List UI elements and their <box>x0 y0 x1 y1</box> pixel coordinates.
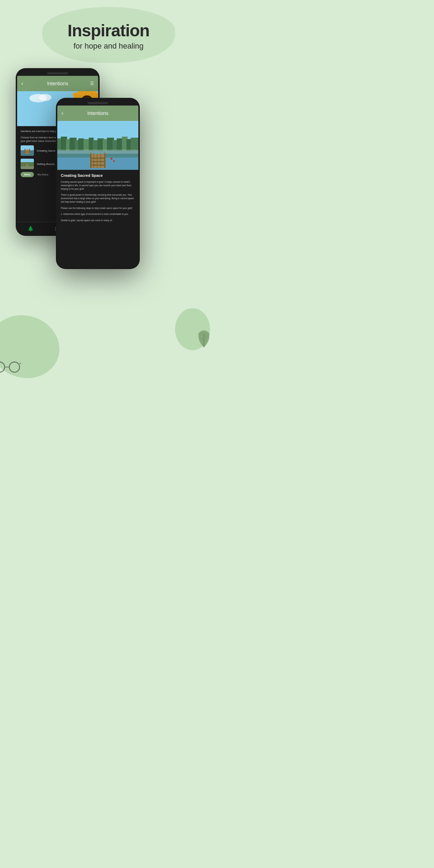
article-paragraph-1: Creating sacred space is important in gr… <box>61 180 135 190</box>
front-back-arrow-icon[interactable]: ‹ <box>62 110 63 116</box>
tab-my-notes[interactable]: My Notes <box>34 172 52 177</box>
header-section: Inspiration for hope and healing <box>0 21 217 51</box>
svg-rect-25 <box>21 166 34 169</box>
back-arrow-icon[interactable]: ‹ <box>21 80 23 87</box>
phone-front-body: Creating Sacred Space Creating sacred sp… <box>57 170 138 229</box>
svg-rect-49 <box>104 152 106 168</box>
page-title: Inspiration <box>0 21 217 40</box>
page-subtitle: for hope and healing <box>0 42 217 51</box>
svg-point-16 <box>39 94 51 101</box>
svg-rect-20 <box>24 149 25 154</box>
phone-front: ‹ Intentions <box>56 98 140 269</box>
svg-point-57 <box>113 160 115 162</box>
phone-front-notch <box>87 102 108 104</box>
list-thumb-path <box>21 159 34 169</box>
list-item-setting-text: Setting Bound... <box>37 162 57 166</box>
article-paragraph-4: 1. Determine which type of environment i… <box>61 212 135 216</box>
article-paragraph-5: Simliar to grief, sacred space can come … <box>61 219 135 222</box>
leaf-decoration <box>196 328 212 350</box>
glasses-decoration <box>0 361 21 375</box>
list-item-creating-text: Creating Sacre <box>37 149 55 152</box>
svg-rect-40 <box>103 139 108 151</box>
svg-rect-50 <box>91 158 105 159</box>
svg-rect-22 <box>25 152 30 152</box>
svg-rect-58 <box>57 150 138 154</box>
list-thumb-dock <box>21 145 34 156</box>
article-paragraph-2: There is great power in intentionally ch… <box>61 193 135 203</box>
phone-back-title: Intentions <box>47 81 68 86</box>
svg-rect-51 <box>91 161 105 162</box>
svg-rect-52 <box>91 165 105 166</box>
nav-tree-icon[interactable]: 🌲 <box>28 226 34 231</box>
svg-line-63 <box>20 363 21 363</box>
phone-front-hero-image <box>57 121 138 170</box>
phone-front-title: Intentions <box>87 110 109 116</box>
svg-rect-21 <box>29 149 30 154</box>
article-paragraph-3: Please use the following steps to help c… <box>61 207 135 210</box>
phone-back-notch <box>47 72 68 74</box>
svg-point-59 <box>0 362 5 372</box>
menu-icon[interactable]: ☰ <box>90 81 94 86</box>
tab-items[interactable]: Items <box>21 172 34 177</box>
svg-rect-48 <box>90 152 92 168</box>
phone-front-header: ‹ Intentions <box>57 106 138 121</box>
svg-point-60 <box>9 362 20 372</box>
article-title: Creating Sacred Space <box>61 173 135 178</box>
svg-rect-37 <box>89 138 94 151</box>
phone-front-inner: ‹ Intentions <box>57 99 138 268</box>
phone-back-header: ‹ Intentions ☰ <box>17 76 98 91</box>
svg-rect-45 <box>126 139 131 151</box>
svg-rect-46 <box>131 138 138 151</box>
svg-point-56 <box>110 158 113 160</box>
svg-rect-35 <box>78 138 84 151</box>
